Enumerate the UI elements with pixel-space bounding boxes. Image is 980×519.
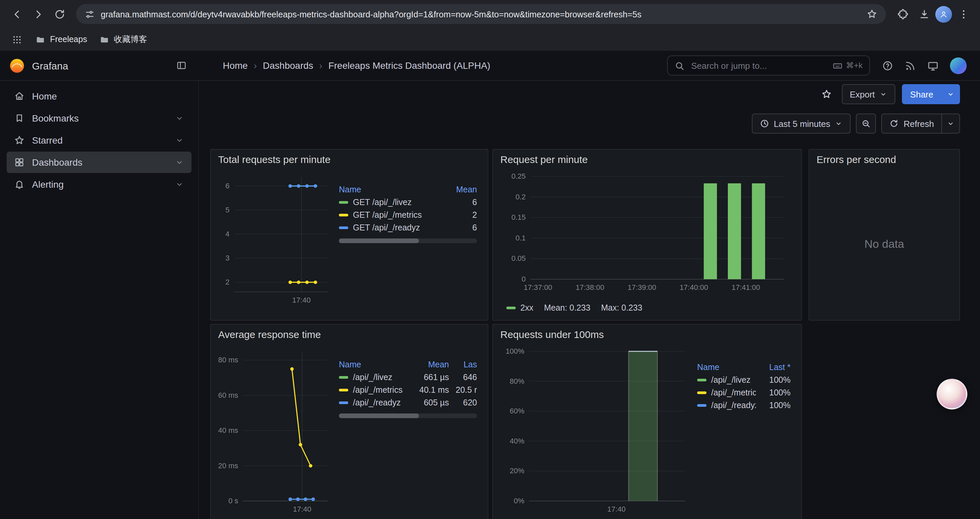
search-input[interactable]	[690, 60, 827, 71]
breadcrumb-item: Freeleaps Metrics Dashboard (ALPHA)	[328, 60, 490, 71]
legend-scrollbar-thumb[interactable]	[339, 238, 419, 243]
download-button[interactable]	[914, 4, 934, 24]
bookmark-items: Freeleaps收藏博客	[31, 31, 152, 48]
legend-series[interactable]: /api/_/livez	[339, 372, 407, 382]
panel-title[interactable]: Errors per second	[809, 150, 959, 168]
help-icon[interactable]	[882, 60, 893, 71]
legend-value: 620	[449, 398, 477, 407]
bookmark-label: Freeleaps	[50, 35, 87, 44]
bookmark-item[interactable]: Freeleaps	[31, 32, 92, 47]
legend-stat: Mean: 0.233	[544, 303, 590, 313]
chevron-down-icon[interactable]	[175, 136, 184, 145]
legend-column-header[interactable]: Name	[339, 185, 442, 194]
legend-series[interactable]: 2xx	[506, 303, 533, 313]
svg-text:60%: 60%	[510, 407, 524, 415]
legend-series[interactable]: GET /api/_/metrics	[339, 210, 442, 219]
legend-series[interactable]: GET /api/_/readyz	[339, 223, 442, 232]
legend-scrollbar[interactable]	[339, 414, 477, 418]
series-color-dash	[339, 388, 348, 391]
legend-series[interactable]: /api/_/livez	[697, 375, 756, 385]
chevron-down-icon	[947, 90, 955, 98]
chevron-down-icon	[947, 120, 955, 128]
chevron-down-icon[interactable]	[175, 113, 184, 123]
sidebar-item-starred[interactable]: Starred	[7, 129, 191, 151]
bookmark-icon	[14, 113, 25, 124]
legend-scrollbar-thumb[interactable]	[339, 414, 419, 418]
panel-title[interactable]: Request per minute	[493, 150, 801, 168]
chevron-down-icon[interactable]	[175, 180, 184, 189]
chevron-down-icon[interactable]	[175, 158, 184, 167]
url-bar[interactable]: grafana.mathmast.com/d/deytv4rwavabkb/fr…	[76, 4, 886, 24]
breadcrumb-item[interactable]: Dashboards	[263, 60, 313, 71]
sidebar-item-alerting[interactable]: Alerting	[7, 174, 191, 195]
bookmark-item[interactable]: 收藏博客	[94, 31, 152, 48]
extensions-button[interactable]	[892, 4, 913, 24]
series-color-dash	[697, 391, 706, 394]
legend-series-name: /api/_/metrics	[353, 385, 402, 394]
monitor-icon[interactable]	[927, 60, 939, 71]
legend-series[interactable]: /api/_/metrics	[339, 385, 407, 394]
forward-button[interactable]	[28, 4, 48, 24]
panel-request-per-minute: Request per minute 0.250.20.150.10.05017…	[492, 149, 802, 321]
share-menu-button[interactable]	[941, 84, 960, 104]
legend: NameMeanLas/api/_/livez661 µs646/api/_/m…	[331, 358, 482, 518]
legend-stat: Max: 0.233	[601, 303, 643, 313]
svg-text:20 ms: 20 ms	[218, 462, 238, 470]
search-bar[interactable]: ⌘+k	[667, 56, 870, 75]
legend-column-header[interactable]: Name	[339, 360, 407, 369]
legend-header: NameMeanLas	[337, 358, 478, 371]
legend-column-header[interactable]: Last *	[756, 363, 791, 372]
legend-series[interactable]: /api/_/readyz	[697, 401, 756, 410]
sidebar-nav: HomeBookmarksStarredDashboardsAlerting	[0, 86, 198, 195]
mega-menu-toggle-button[interactable]	[173, 57, 190, 74]
sidebar-item-home[interactable]: Home	[7, 86, 191, 107]
refresh-interval-button[interactable]	[942, 113, 960, 134]
share-button[interactable]: Share	[902, 84, 941, 104]
sidebar-item-label: Bookmarks	[32, 113, 79, 124]
export-button[interactable]: Export	[842, 84, 895, 104]
reload-button[interactable]	[49, 4, 69, 24]
series-color-dash	[339, 376, 348, 378]
legend-series-name: /api/_/metrics	[711, 388, 756, 397]
legend-column-header[interactable]: Las	[449, 360, 477, 369]
favorite-dashboard-button[interactable]	[818, 86, 835, 103]
legend-series[interactable]: GET /api/_/livez	[339, 197, 442, 207]
panel-title[interactable]: Requests under 100ms	[493, 325, 801, 343]
person-icon	[939, 10, 948, 18]
refresh-label: Refresh	[904, 118, 934, 129]
star-icon	[14, 135, 25, 145]
legend-series-name: GET /api/_/livez	[353, 197, 412, 207]
profile-button[interactable]	[935, 6, 952, 22]
apps-grid-button[interactable]	[8, 31, 25, 48]
grafana-logo[interactable]	[9, 57, 25, 74]
apps-icon	[14, 157, 25, 168]
sidebar: HomeBookmarksStarredDashboardsAlerting	[0, 81, 199, 519]
panel-title[interactable]: Total requests per minute	[211, 150, 488, 168]
legend-series[interactable]: /api/_/readyz	[339, 398, 407, 407]
time-range-button[interactable]: Last 5 minutes	[752, 113, 851, 134]
legend-scrollbar[interactable]	[339, 238, 477, 243]
legend-column-header[interactable]: Mean	[442, 185, 477, 194]
refresh-button[interactable]: Refresh	[881, 113, 942, 134]
legend-column-header[interactable]: Name	[697, 363, 756, 372]
legend-column-header[interactable]: Mean	[407, 360, 449, 369]
browser-menu-button[interactable]	[953, 4, 973, 24]
back-button[interactable]	[7, 4, 27, 24]
user-avatar[interactable]	[950, 57, 967, 74]
series-color-dash	[697, 378, 706, 381]
screen: grafana.mathmast.com/d/deytv4rwavabkb/fr…	[0, 0, 980, 519]
bookmark-star-icon[interactable]	[867, 9, 877, 19]
sidebar-item-bookmarks[interactable]: Bookmarks	[7, 107, 191, 129]
sidebar-item-dashboards[interactable]: Dashboards	[7, 152, 191, 173]
floating-assistant-avatar[interactable]	[937, 379, 967, 409]
zoom-out-button[interactable]	[856, 113, 876, 134]
time-range-label: Last 5 minutes	[774, 118, 830, 129]
breadcrumb-item[interactable]: Home	[223, 60, 248, 71]
panel-title[interactable]: Average response time	[211, 325, 488, 343]
series-color-dash	[506, 307, 516, 309]
series-color-dash	[339, 226, 348, 229]
site-info-icon[interactable]	[85, 9, 95, 19]
news-rss-icon[interactable]	[905, 60, 916, 71]
legend-series[interactable]: /api/_/metrics	[697, 388, 756, 397]
chevron-down-icon	[835, 120, 843, 128]
